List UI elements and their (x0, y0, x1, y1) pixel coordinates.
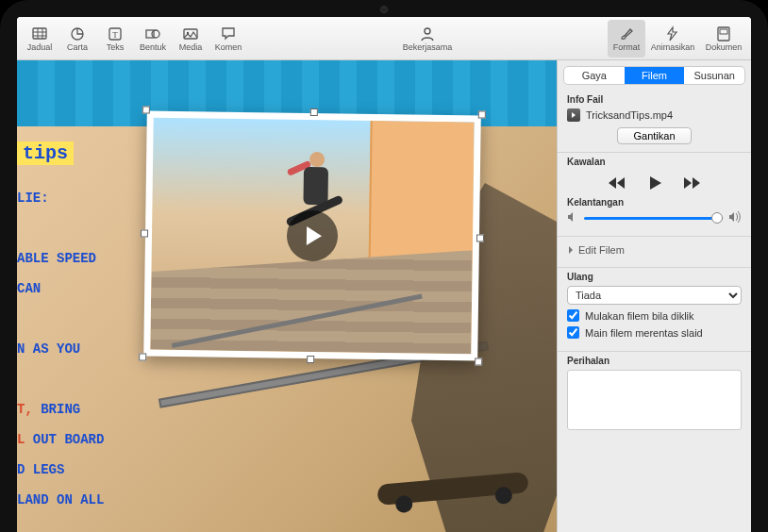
media-icon (182, 25, 199, 42)
movie-file-icon (567, 108, 580, 122)
toolbar-komen-button[interactable]: Komen (209, 20, 247, 58)
toolbar: JadualCartaTTeksBentukMediaKomen Bekerja… (17, 17, 751, 60)
slide-canvas[interactable]: tips LIE: ABLE SPEEDCAN N AS YOU T, BRIN… (17, 60, 557, 532)
resize-handle[interactable] (141, 229, 148, 237)
repeat-heading: Ulang (567, 272, 742, 282)
main-area: tips LIE: ABLE SPEEDCAN N AS YOU T, BRIN… (17, 60, 751, 532)
slide-text-line: LAND ON ALL (17, 485, 177, 515)
repeat-select[interactable]: Tiada (567, 286, 742, 305)
toolbar-item-label: Animasikan (651, 42, 695, 52)
app-window: JadualCartaTTeksBentukMediaKomen Bekerja… (17, 17, 751, 532)
start-on-click-row[interactable]: Mulakan filem bila diklik (567, 309, 742, 322)
webcam-dot (380, 6, 388, 13)
controls-section: Kawalan Kelantangan (558, 153, 751, 237)
collaborate-button[interactable]: Bekerjasama (395, 20, 459, 58)
slide-text-line (17, 364, 177, 394)
tips-badge: tips (17, 141, 74, 165)
toolbar-item-label: Bentuk (140, 42, 166, 52)
controls-heading: Kawalan (567, 157, 742, 167)
volume-high-icon (728, 211, 742, 224)
resize-handle[interactable] (478, 110, 486, 118)
brush-icon (618, 25, 635, 42)
rewind-button[interactable] (605, 171, 629, 195)
resize-handle[interactable] (307, 356, 314, 363)
video-thumbnail (150, 118, 474, 355)
inspector-tabs: Gaya Filem Susunan (563, 66, 745, 85)
fast-forward-button[interactable] (680, 171, 705, 195)
edit-movie-disclosure[interactable]: Edit Filem (567, 241, 742, 259)
resize-handle[interactable] (310, 108, 318, 116)
table-icon (31, 25, 48, 42)
filename-label: TricksandTips.mp4 (586, 109, 673, 121)
svg-rect-10 (720, 29, 727, 34)
chart-icon (69, 25, 86, 42)
slide-text-line: L OUT BOARD (17, 424, 177, 455)
repeat-section: Ulang Tiada Mulakan filem bila diklik Ma… (558, 268, 751, 352)
svg-rect-0 (33, 28, 46, 39)
toolbar-item-label: Jadual (27, 42, 53, 52)
description-textarea[interactable] (567, 370, 742, 430)
edit-movie-label: Edit Filem (578, 244, 625, 256)
chevron-right-icon (567, 246, 575, 254)
resize-handle[interactable] (475, 357, 482, 365)
video-object[interactable] (143, 111, 481, 361)
document-icon (715, 25, 732, 42)
file-info-section: Info Fail TricksandTips.mp4 Gantikan (558, 91, 751, 153)
animate-icon (664, 25, 681, 42)
toolbar-animasikan-button[interactable]: Animasikan (645, 20, 700, 58)
toolbar-teks-button[interactable]: TTeks (96, 20, 134, 58)
play-button[interactable] (643, 171, 667, 195)
toolbar-format-button[interactable]: Format (608, 20, 645, 58)
shape-icon (144, 25, 161, 42)
comment-icon (220, 25, 237, 42)
text-icon: T (107, 25, 124, 42)
toolbar-item-label: Teks (107, 42, 125, 52)
across-slides-row[interactable]: Main filem merentas slaid (567, 326, 742, 339)
across-slides-checkbox[interactable] (567, 326, 579, 339)
toolbar-item-label: Media (179, 42, 203, 52)
inspector-panel: Gaya Filem Susunan Info Fail TricksandTi… (557, 60, 751, 532)
tab-gaya[interactable]: Gaya (564, 67, 625, 84)
file-info-heading: Info Fail (567, 94, 742, 105)
toolbar-item-label: Komen (215, 42, 242, 52)
svg-point-8 (425, 28, 430, 34)
description-section: Perihalan (558, 352, 751, 440)
play-overlay-button[interactable] (287, 210, 339, 262)
play-icon (307, 226, 322, 245)
resize-handle[interactable] (139, 353, 146, 360)
tab-filem[interactable]: Filem (625, 67, 685, 84)
volume-low-icon (567, 211, 578, 224)
svg-point-5 (152, 30, 159, 38)
slide-text-line: T, BRING (17, 394, 177, 424)
collaborate-label: Bekerjasama (403, 42, 453, 52)
toolbar-item-label: Format (613, 42, 641, 52)
edit-movie-section: Edit Filem (558, 237, 751, 268)
toolbar-item-label: Carta (67, 42, 88, 52)
person-icon (419, 25, 436, 42)
device-frame: JadualCartaTTeksBentukMediaKomen Bekerja… (0, 0, 768, 532)
toolbar-dokumen-button[interactable]: Dokumen (700, 20, 747, 58)
svg-text:T: T (112, 30, 118, 40)
slide-text-line: D LEGS (17, 455, 177, 485)
toolbar-item-label: Dokumen (706, 42, 743, 52)
volume-slider[interactable] (584, 217, 723, 220)
toolbar-bentuk-button[interactable]: Bentuk (134, 20, 172, 58)
resize-handle[interactable] (476, 234, 484, 241)
toolbar-carta-button[interactable]: Carta (58, 20, 96, 58)
resize-handle[interactable] (142, 106, 150, 113)
volume-heading: Kelantangan (567, 197, 742, 208)
description-heading: Perihalan (567, 356, 742, 366)
replace-button[interactable]: Gantikan (617, 127, 691, 144)
tab-susunan[interactable]: Susunan (684, 67, 744, 84)
start-on-click-checkbox[interactable] (567, 309, 579, 322)
across-slides-label: Main filem merentas slaid (585, 327, 703, 339)
toolbar-media-button[interactable]: Media (172, 20, 209, 58)
start-on-click-label: Mulakan filem bila diklik (585, 310, 694, 322)
toolbar-jadual-button[interactable]: Jadual (21, 20, 58, 58)
